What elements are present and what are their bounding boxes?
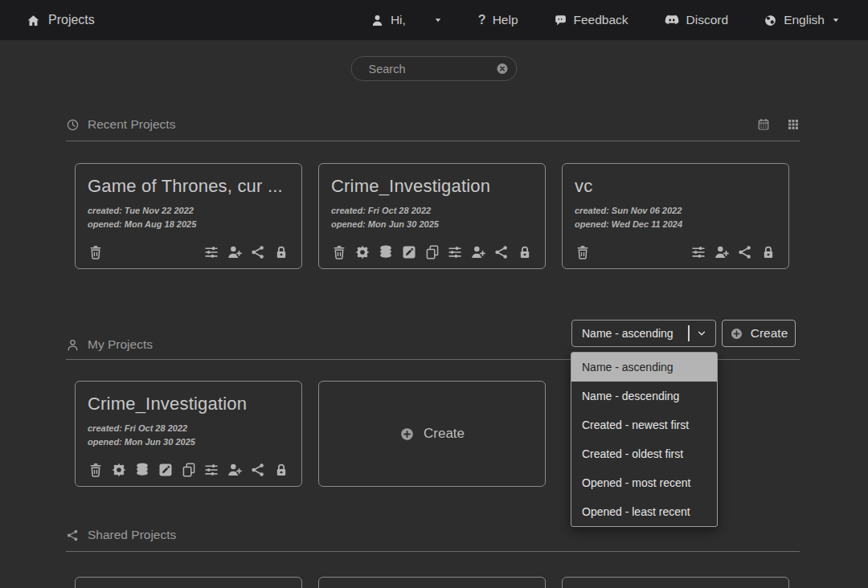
project-opened: opened: Mon Jun 30 2025: [331, 218, 533, 231]
project-card-partial[interactable]: [318, 577, 546, 588]
invite-user-button[interactable]: [714, 244, 730, 260]
project-opened: opened: Wed Dec 11 2024: [575, 218, 776, 231]
project-card[interactable]: Crime_Investigation created: Fri Oct 28 …: [318, 163, 546, 269]
invite-user-button[interactable]: [470, 244, 486, 260]
share-button[interactable]: [250, 462, 266, 478]
sort-selected-label: Name - ascending: [582, 327, 688, 340]
search-input[interactable]: [369, 63, 496, 76]
create-card-label: Create: [424, 426, 465, 442]
invite-user-button[interactable]: [227, 244, 243, 260]
project-title: Crime_Investigation: [88, 394, 289, 414]
delete-button[interactable]: [88, 244, 104, 260]
clear-search-icon: [496, 62, 510, 76]
project-opened: opened: Mon Aug 18 2025: [88, 218, 289, 231]
calendar-view-icon: [757, 118, 770, 131]
sort-option-opened-least-recent[interactable]: Opened - least recent: [571, 497, 717, 526]
feedback-label: Feedback: [574, 13, 628, 27]
discord-icon: [664, 12, 680, 28]
navbar: Projects Hi, ? Help Feedback Discord Eng…: [0, 0, 868, 40]
delete-button[interactable]: [575, 244, 591, 260]
project-opened: opened: Mon Jun 30 2025: [88, 435, 289, 449]
invite-user-button[interactable]: [227, 462, 243, 478]
language-menu[interactable]: English: [764, 13, 841, 27]
my-projects-title: My Projects: [88, 337, 153, 352]
properties-button[interactable]: [203, 244, 219, 260]
share-button[interactable]: [250, 244, 266, 260]
project-title: vc: [575, 176, 776, 197]
privacy-lock-button[interactable]: [273, 462, 289, 478]
sort-option-created-newest[interactable]: Created - newest first: [571, 410, 717, 439]
share-icon: [737, 244, 753, 260]
sliders-icon: [203, 244, 219, 260]
feedback-link[interactable]: Feedback: [554, 13, 628, 27]
project-card[interactable]: vc created: Sun Nov 06 2022 opened: Wed …: [562, 163, 789, 269]
project-card-partial[interactable]: [75, 577, 302, 588]
user-greeting: Hi,: [391, 13, 406, 27]
clock-icon: [66, 118, 80, 132]
edit-button[interactable]: [158, 462, 174, 478]
project-card[interactable]: Game of Thrones, cur ... created: Tue No…: [75, 163, 302, 269]
sliders-icon: [203, 462, 219, 478]
data-button[interactable]: [378, 244, 394, 260]
data-button[interactable]: [134, 462, 150, 478]
discord-label: Discord: [686, 13, 729, 27]
discord-link[interactable]: Discord: [664, 12, 729, 28]
lock-icon: [517, 244, 533, 260]
help-icon: ?: [478, 13, 486, 27]
sort-option-opened-most-recent[interactable]: Opened - most recent: [571, 468, 717, 497]
user-menu[interactable]: Hi,: [371, 13, 443, 27]
user-icon: [371, 14, 384, 27]
sort-option-created-oldest[interactable]: Created - oldest first: [571, 439, 717, 468]
help-link[interactable]: ? Help: [478, 13, 518, 27]
edit-button[interactable]: [401, 244, 417, 260]
edit-icon: [401, 244, 417, 260]
nav-projects-link[interactable]: Projects: [27, 13, 95, 27]
shared-projects-title: Shared Projects: [88, 528, 176, 542]
my-projects-list: Crime_Investigation created: Fri Oct 28 …: [75, 381, 546, 487]
project-title: Crime_Investigation: [331, 176, 533, 197]
sort-option-name-descending[interactable]: Name - descending: [571, 382, 717, 410]
lock-icon: [273, 462, 289, 478]
create-project-card[interactable]: Create: [318, 381, 546, 487]
settings-button[interactable]: [354, 244, 371, 260]
share-button[interactable]: [737, 244, 753, 260]
caret-down-icon: [433, 15, 443, 25]
properties-button[interactable]: [447, 244, 463, 260]
project-created: created: Fri Oct 28 2022: [331, 204, 533, 218]
nav-brand-label: Projects: [48, 13, 95, 27]
feedback-icon: [554, 14, 567, 27]
lock-icon: [273, 244, 289, 260]
sort-select[interactable]: Name - ascending: [571, 320, 716, 347]
user-plus-icon: [714, 244, 730, 260]
user-plus-icon: [227, 244, 243, 260]
duplicate-button[interactable]: [424, 244, 440, 260]
privacy-lock-button[interactable]: [517, 244, 533, 260]
clear-search-button[interactable]: [496, 62, 510, 76]
delete-button[interactable]: [331, 244, 347, 260]
settings-button[interactable]: [111, 462, 127, 478]
trash-icon: [575, 244, 591, 260]
project-card-partial[interactable]: [562, 577, 789, 588]
shared-projects-list: [75, 577, 789, 588]
properties-button[interactable]: [690, 244, 706, 260]
calendar-view-button[interactable]: [757, 118, 770, 131]
delete-button[interactable]: [88, 462, 104, 478]
chevron-down-icon: [696, 328, 707, 339]
privacy-lock-button[interactable]: [760, 244, 776, 260]
privacy-lock-button[interactable]: [273, 244, 289, 260]
properties-button[interactable]: [203, 462, 219, 478]
grid-view-button[interactable]: [787, 118, 800, 131]
user-plus-icon: [227, 462, 243, 478]
project-card[interactable]: Crime_Investigation created: Fri Oct 28 …: [75, 381, 302, 487]
sliders-icon: [447, 244, 463, 260]
lock-icon: [760, 244, 776, 260]
create-project-button[interactable]: Create: [722, 320, 796, 347]
share-icon: [66, 529, 80, 542]
duplicate-button[interactable]: [181, 462, 197, 478]
copy-icon: [424, 244, 440, 260]
share-button[interactable]: [493, 244, 510, 260]
sort-option-name-ascending[interactable]: Name - ascending: [571, 353, 717, 382]
shared-projects-section-header: Shared Projects: [66, 528, 800, 552]
recent-projects-title: Recent Projects: [88, 117, 175, 132]
trash-icon: [88, 462, 104, 478]
